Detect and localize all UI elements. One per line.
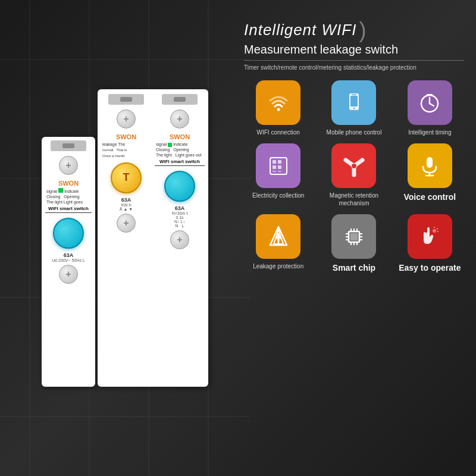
svg-rect-10 (350, 96, 358, 107)
feature-timing: Intelligent timing (396, 80, 464, 136)
rating-left: 63A (121, 197, 131, 203)
label-wifi: WIFI connection (257, 129, 300, 136)
title-line: Intelligent WIFI ) (244, 18, 464, 43)
rail-clip-right (162, 94, 198, 105)
time-right: 0.1s (176, 215, 183, 220)
label-leakage: Leakage protection (253, 262, 303, 270)
svg-point-25 (352, 164, 356, 168)
screw-top (59, 156, 78, 175)
brand-logo-right: SWON (170, 133, 190, 140)
rating-single: 63A (64, 252, 74, 258)
feature-mobile: Mobile phone control (320, 80, 388, 136)
product-labels: signal indicate Closing Opening The ligh… (45, 188, 92, 205)
svg-point-8 (277, 108, 280, 111)
feature-wifi: WIFI connection (244, 80, 312, 136)
label-timing: Intelligent timing (408, 129, 451, 136)
label-voice: Voice control (404, 192, 456, 202)
features-subtitle: Timer switch/remote control/metering sta… (244, 64, 464, 71)
t-mark: T (123, 171, 130, 184)
svg-line-49 (437, 228, 438, 229)
icon-box-timing (408, 80, 452, 125)
screw-left-top (117, 109, 136, 129)
features-area: Intelligent WIFI ) Measurement leakage s… (238, 0, 476, 476)
feature-easyop: Easy to operate (396, 214, 464, 273)
voltage-single: Ue:230V~ 50Hz L (52, 258, 84, 262)
icon-grid: WIFI connection Mobile phone control (244, 80, 464, 273)
screw-bottom-single (59, 265, 78, 284)
rating-right: 63A (175, 205, 185, 211)
icon-box-leakage (256, 214, 300, 259)
wifi-icon (265, 90, 292, 116)
feature-electricity: Electricity collection (244, 143, 312, 207)
rail-clip-top (51, 140, 86, 151)
product-area: SWON signal indicate Closing Opening The… (0, 0, 250, 476)
brand-logo-left: SWON (116, 133, 136, 140)
button-blue-double (164, 171, 195, 202)
electricity-icon (265, 153, 292, 179)
svg-rect-18 (273, 160, 276, 164)
brand-logo: SWON (58, 180, 79, 187)
feature-smartchip: Smart chip (320, 214, 388, 273)
svg-rect-12 (352, 94, 356, 95)
switch-pole-left: SWON leakage The normal That is Once a m… (100, 92, 152, 384)
icon-box-mobile (331, 80, 376, 125)
svg-rect-26 (427, 157, 433, 168)
icon-box-smartchip (331, 214, 376, 259)
voltage-right: N=30m t (172, 211, 188, 215)
screw-right-top (170, 109, 189, 129)
label-easyop: Easy to operate (399, 262, 461, 273)
svg-rect-34 (350, 233, 358, 240)
svg-rect-21 (278, 165, 281, 169)
switch-double-pole: SWON leakage The normal That is Once a m… (98, 89, 208, 387)
feature-magnetic: Magnetic retention mechanism (320, 143, 388, 207)
svg-rect-20 (273, 165, 276, 169)
clock-icon (416, 90, 443, 116)
svg-line-15 (430, 104, 434, 106)
title-text: Intelligent WIFI (244, 21, 356, 39)
svg-rect-19 (278, 160, 281, 164)
icon-box-magnetic (331, 143, 376, 188)
button-yellow: T (111, 162, 142, 193)
screw-left-bottom (117, 214, 136, 233)
screw-right-bottom (170, 230, 189, 249)
product-title-single: WiFi smart switch (45, 206, 92, 213)
label-smartchip: Smart chip (333, 262, 375, 273)
product-title-double: WiFi smart switch (155, 159, 205, 166)
phone-icon (341, 90, 367, 116)
radiation-icon (341, 153, 367, 179)
svg-point-11 (353, 107, 355, 109)
deco-paren: ) (359, 18, 366, 43)
switch-single-pole: SWON signal indicate Closing Opening The… (42, 137, 95, 387)
labels-right: signal indicate Closing Opening The ligh… (155, 142, 205, 158)
sub-title: Measurement leakage switch (244, 43, 464, 57)
terminals-right: N↑ L↑ (174, 220, 185, 224)
kwh-left: KW·h (121, 203, 131, 207)
labels-left: leakage The normal That is Once a month (101, 142, 151, 159)
label-mobile: Mobile phone control (327, 129, 382, 136)
icon-box-voice (408, 143, 452, 188)
symbols-left: Ā ▲ ▼ (120, 207, 133, 211)
touch-icon (416, 224, 443, 250)
button-blue-single (53, 218, 84, 249)
mic-icon (416, 153, 443, 179)
svg-rect-22 (273, 171, 276, 172)
nl-right: N L (176, 224, 184, 228)
icon-box-wifi (256, 80, 300, 125)
lightning-icon (265, 224, 292, 250)
feature-voice: Voice control (396, 143, 464, 207)
chip-icon (341, 224, 367, 250)
rail-clip-left (108, 94, 144, 105)
label-magnetic: Magnetic retention mechanism (320, 192, 388, 207)
switch-pole-right: SWON signal indicate Closing Opening The… (154, 92, 206, 384)
divider (244, 60, 464, 61)
feature-leakage: Leakage protection (244, 214, 312, 273)
main-title: Intelligent WIFI (244, 21, 356, 39)
icon-box-electricity (256, 143, 300, 188)
svg-point-47 (433, 229, 436, 233)
label-electricity: Electricity collection (252, 192, 304, 199)
svg-point-32 (277, 242, 279, 244)
switches-container: SWON signal indicate Closing Opening The… (30, 77, 220, 399)
icon-box-easyop (408, 214, 452, 259)
svg-rect-23 (278, 171, 281, 172)
